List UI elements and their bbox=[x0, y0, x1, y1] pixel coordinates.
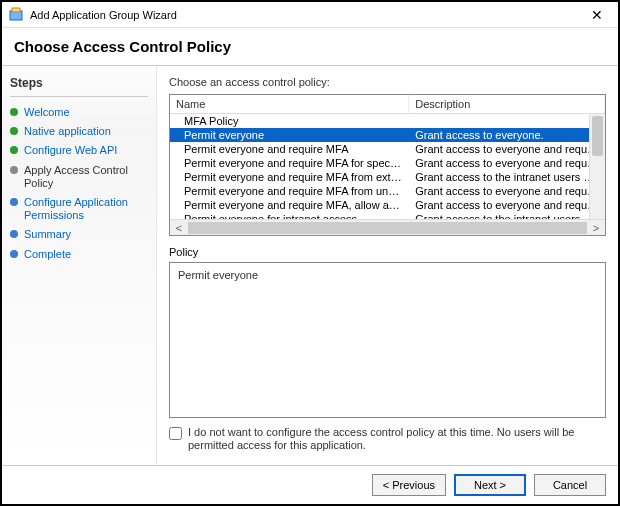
main-panel: Choose an access control policy: Name De… bbox=[157, 66, 618, 465]
optout-label[interactable]: I do not want to configure the access co… bbox=[188, 426, 606, 454]
column-name[interactable]: Name bbox=[170, 95, 409, 113]
policy-name: MFA Policy bbox=[170, 114, 409, 128]
step-label: Summary bbox=[24, 228, 71, 241]
policy-row[interactable]: Permit everyone and require MFA, allow a… bbox=[170, 198, 605, 212]
policy-description: Grant access to everyone and require MFA… bbox=[409, 184, 605, 198]
app-icon bbox=[8, 7, 24, 23]
policy-description bbox=[409, 114, 605, 128]
policy-description: Grant access to the intranet users. bbox=[409, 212, 605, 219]
step-bullet-icon bbox=[10, 250, 18, 258]
step-item[interactable]: Configure Web API bbox=[10, 141, 148, 160]
policy-name: Permit everyone and require MFA, allow a… bbox=[170, 198, 409, 212]
policy-label: Policy bbox=[169, 246, 606, 258]
next-button[interactable]: Next > bbox=[454, 474, 526, 496]
policy-description: Grant access to everyone and require MFA… bbox=[409, 156, 605, 170]
close-icon[interactable]: ✕ bbox=[582, 7, 612, 23]
title-bar: Add Application Group Wizard ✕ bbox=[2, 2, 618, 28]
step-item[interactable]: Welcome bbox=[10, 103, 148, 122]
step-label: Configure Application Permissions bbox=[24, 196, 148, 222]
policy-row[interactable]: Permit everyone and require MFA for spec… bbox=[170, 156, 605, 170]
scroll-left-icon[interactable]: < bbox=[172, 222, 186, 234]
scroll-track[interactable] bbox=[188, 222, 587, 234]
scroll-thumb[interactable] bbox=[592, 116, 603, 156]
step-bullet-icon bbox=[10, 230, 18, 238]
step-label: Apply Access Control Policy bbox=[24, 164, 148, 190]
svg-rect-1 bbox=[12, 8, 20, 12]
step-bullet-icon bbox=[10, 108, 18, 116]
policy-row[interactable]: MFA Policy bbox=[170, 114, 605, 128]
policy-list[interactable]: Name Description MFA PolicyPermit everyo… bbox=[169, 94, 606, 236]
policy-row[interactable]: Permit everyoneGrant access to everyone. bbox=[170, 128, 605, 142]
column-description[interactable]: Description bbox=[409, 95, 605, 113]
previous-button[interactable]: < Previous bbox=[372, 474, 446, 496]
page-title: Choose Access Control Policy bbox=[2, 28, 618, 66]
policy-description: Grant access to everyone and require MFA… bbox=[409, 198, 605, 212]
policy-name: Permit everyone and require MFA from ext… bbox=[170, 170, 409, 184]
policy-row[interactable]: Permit everyone and require MFA from una… bbox=[170, 184, 605, 198]
step-bullet-icon bbox=[10, 127, 18, 135]
horizontal-scrollbar[interactable]: < > bbox=[170, 219, 605, 235]
steps-sidebar: Steps WelcomeNative applicationConfigure… bbox=[2, 66, 157, 465]
step-label: Complete bbox=[24, 248, 71, 261]
step-label: Native application bbox=[24, 125, 111, 138]
step-bullet-icon bbox=[10, 198, 18, 206]
policy-description: Grant access to the intranet users and r… bbox=[409, 170, 605, 184]
policy-description: Grant access to everyone and require MFA… bbox=[409, 142, 605, 156]
footer: < Previous Next > Cancel bbox=[2, 465, 618, 504]
step-bullet-icon bbox=[10, 146, 18, 154]
steps-header: Steps bbox=[10, 74, 148, 97]
step-label: Configure Web API bbox=[24, 144, 117, 157]
optout-checkbox[interactable] bbox=[169, 427, 182, 440]
policy-description: Grant access to everyone. bbox=[409, 128, 605, 142]
step-item[interactable]: Configure Application Permissions bbox=[10, 193, 148, 225]
policy-row[interactable]: Permit everyone and require MFAGrant acc… bbox=[170, 142, 605, 156]
step-item[interactable]: Summary bbox=[10, 225, 148, 244]
policy-name: Permit everyone and require MFA from una… bbox=[170, 184, 409, 198]
step-item[interactable]: Complete bbox=[10, 245, 148, 264]
policy-row[interactable]: Permit everyone and require MFA from ext… bbox=[170, 170, 605, 184]
policy-name: Permit everyone and require MFA bbox=[170, 142, 409, 156]
policy-name: Permit everyone and require MFA for spec… bbox=[170, 156, 409, 170]
policy-list-header: Name Description bbox=[170, 95, 605, 114]
policy-row[interactable]: Permit everyone for intranet accessGrant… bbox=[170, 212, 605, 219]
step-item[interactable]: Apply Access Control Policy bbox=[10, 161, 148, 193]
step-item[interactable]: Native application bbox=[10, 122, 148, 141]
wizard-window: Add Application Group Wizard ✕ Choose Ac… bbox=[0, 0, 620, 506]
policy-name: Permit everyone bbox=[170, 128, 409, 142]
vertical-scrollbar[interactable] bbox=[589, 114, 605, 219]
step-bullet-icon bbox=[10, 166, 18, 174]
window-title: Add Application Group Wizard bbox=[30, 9, 582, 21]
step-label: Welcome bbox=[24, 106, 70, 119]
choose-label: Choose an access control policy: bbox=[169, 76, 606, 88]
policy-detail: Permit everyone bbox=[169, 262, 606, 418]
policy-name: Permit everyone for intranet access bbox=[170, 212, 409, 219]
cancel-button[interactable]: Cancel bbox=[534, 474, 606, 496]
scroll-right-icon[interactable]: > bbox=[589, 222, 603, 234]
